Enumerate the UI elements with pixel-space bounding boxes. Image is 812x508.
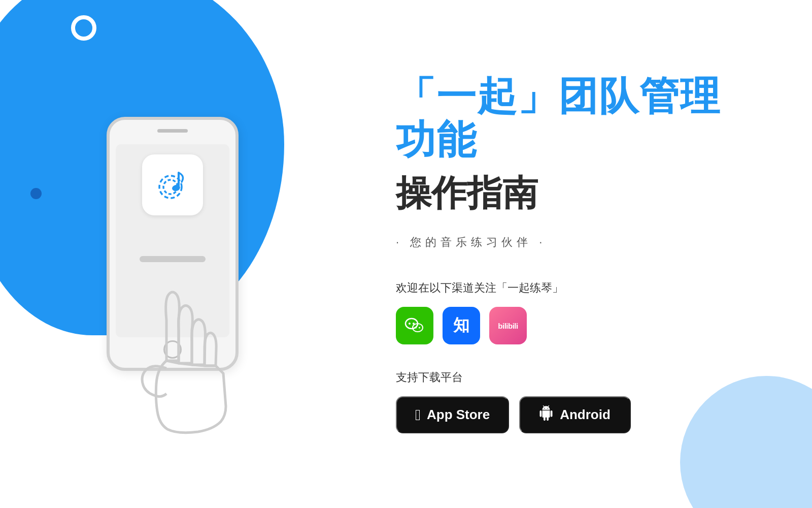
channel-label: 欢迎在以下渠道关注「一起练琴」	[396, 280, 751, 296]
apple-icon: 	[415, 406, 421, 424]
download-buttons-row:  App Store Android	[396, 396, 751, 433]
app-icon	[142, 154, 203, 215]
download-label: 支持下载平台	[396, 370, 751, 385]
android-label: Android	[560, 407, 611, 423]
hand-illustration	[91, 290, 254, 442]
android-icon	[538, 405, 554, 424]
wechat-icon[interactable]	[396, 307, 433, 344]
bilibili-icon[interactable]: bilibili	[489, 307, 527, 344]
phone-bar	[140, 256, 206, 262]
zhihu-icon[interactable]: 知	[443, 307, 480, 344]
illustration-area	[0, 0, 345, 508]
phone-speaker	[157, 129, 188, 133]
sub-title: 操作指南	[396, 172, 751, 214]
tagline: · 您的音乐练习伙伴 ·	[396, 235, 751, 250]
main-title: 「一起」团队管理功能	[396, 75, 751, 162]
svg-point-9	[419, 327, 420, 329]
content-area: 「一起」团队管理功能 操作指南 · 您的音乐练习伙伴 · 欢迎在以下渠道关注「一…	[345, 0, 812, 508]
phone-illustration	[91, 117, 254, 411]
channel-icons-row: 知 bilibili	[396, 307, 751, 344]
svg-point-8	[415, 327, 417, 329]
appstore-button[interactable]:  App Store	[396, 396, 509, 433]
appstore-label: App Store	[427, 407, 490, 423]
android-button[interactable]: Android	[519, 396, 631, 433]
svg-point-5	[409, 323, 411, 325]
